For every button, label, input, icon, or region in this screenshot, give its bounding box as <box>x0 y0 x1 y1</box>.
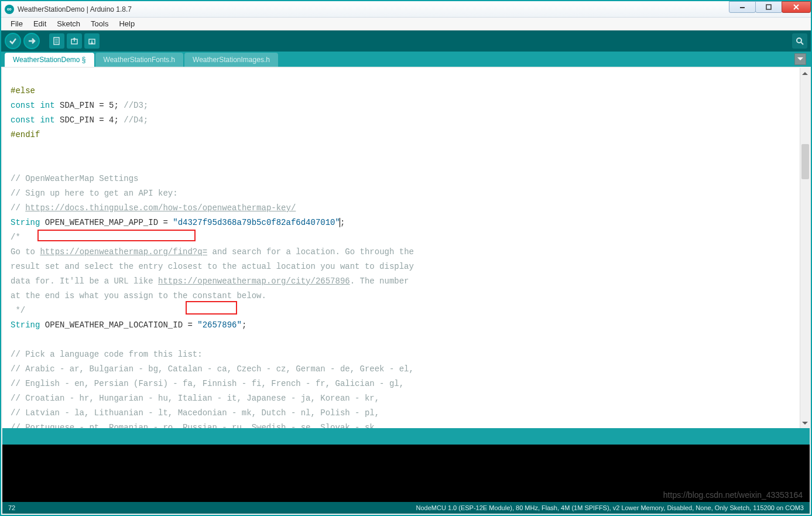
scroll-up-button[interactable] <box>800 68 810 78</box>
code-text: const <box>11 115 35 125</box>
tab-weatherstationfonts[interactable]: WeatherStationFonts.h <box>95 53 184 67</box>
code-text: /* <box>11 233 20 242</box>
menu-help[interactable]: Help <box>114 18 139 29</box>
status-line-number: 72 <box>8 504 15 511</box>
code-text: and search for a location. Go through th… <box>207 247 414 257</box>
menu-edit[interactable]: Edit <box>29 18 51 29</box>
code-text: const <box>11 101 35 110</box>
save-button[interactable] <box>84 33 100 49</box>
tab-weatherstationimages[interactable]: WeatherStationImages.h <box>184 53 278 67</box>
maximize-button[interactable] <box>755 1 782 13</box>
scroll-thumb[interactable] <box>801 144 809 179</box>
code-text: int <box>35 101 55 110</box>
code-text: //D3; <box>124 101 148 110</box>
message-bar <box>2 428 810 445</box>
code-text: SDC_PIN = 4; <box>55 115 124 125</box>
status-board-info: NodeMCU 1.0 (ESP-12E Module), 80 MHz, Fl… <box>416 504 804 511</box>
code-text: */ <box>11 306 25 315</box>
code-text: ; <box>242 320 246 330</box>
annotation-highlight-box <box>186 301 237 315</box>
code-text: OPEN_WEATHER_MAP_LOCATION_ID = <box>40 320 197 330</box>
console-output[interactable] <box>2 445 810 502</box>
code-text: data for. It'll be a URL like <box>11 276 158 286</box>
window-titlebar: WeatherStationDemo | Arduino 1.8.7 <box>1 1 811 18</box>
svg-rect-0 <box>740 7 745 8</box>
window-title: WeatherStationDemo | Arduino 1.8.7 <box>18 5 132 13</box>
minimize-button[interactable] <box>729 1 756 13</box>
code-text: . The number <box>350 276 409 286</box>
code-text: OPEN_WEATHER_MAP_APP_ID = <box>40 218 173 227</box>
close-button[interactable] <box>782 1 811 13</box>
menu-bar: File Edit Sketch Tools Help <box>1 18 811 30</box>
arduino-logo-icon <box>5 5 14 14</box>
status-bar: 72 NodeMCU 1.0 (ESP-12E Module), 80 MHz,… <box>2 502 810 514</box>
open-button[interactable] <box>67 33 82 49</box>
code-text: at the end is what you assign to the con… <box>11 291 266 300</box>
toolbar <box>1 30 811 52</box>
serial-monitor-button[interactable] <box>792 33 807 49</box>
code-link[interactable]: https://openweathermap.org/find?q= <box>40 247 207 257</box>
code-text: // Portuguese - pt, Romanian - ro, Russi… <box>11 423 379 428</box>
menu-file[interactable]: File <box>6 18 28 29</box>
code-text: #endif <box>11 130 40 139</box>
tab-weatherstationdemo[interactable]: WeatherStationDemo § <box>5 53 94 67</box>
code-text: "d4327f95d368a79b5c0f82af6d407010" <box>173 218 340 227</box>
menu-tools[interactable]: Tools <box>86 18 113 29</box>
code-text: //D4; <box>124 115 148 125</box>
code-link[interactable]: https://openweathermap.org/city/2657896 <box>158 276 350 286</box>
code-text: String <box>11 218 40 227</box>
code-text: int <box>35 115 55 125</box>
menu-sketch[interactable]: Sketch <box>52 18 85 29</box>
code-text: // Latvian - la, Lithuanian - lt, Macedo… <box>11 408 379 418</box>
svg-point-5 <box>797 38 801 43</box>
vertical-scrollbar[interactable] <box>800 68 810 428</box>
code-text: // <box>11 203 25 213</box>
annotation-highlight-box <box>37 230 196 241</box>
tab-menu-dropdown[interactable] <box>794 53 806 65</box>
code-text: // Croatian - hr, Hungarian - hu, Italia… <box>11 394 379 403</box>
code-text: // English - en, Persian (Farsi) - fa, F… <box>11 379 404 388</box>
code-text: // Pick a language code from this list: <box>11 350 203 359</box>
code-text: // Sign up here to get an API key: <box>11 189 178 198</box>
upload-button[interactable] <box>23 33 40 49</box>
code-text: // Arabic - ar, Bulgarian - bg, Catalan … <box>11 364 414 374</box>
verify-button[interactable] <box>5 33 21 49</box>
code-text: // OpenWeatherMap Settings <box>11 174 138 183</box>
code-text: result set and select the entry closest … <box>11 262 414 271</box>
scroll-down-button[interactable] <box>800 418 810 428</box>
code-text: Go to <box>11 247 40 257</box>
code-link[interactable]: https://docs.thingpulse.com/how-tos/open… <box>25 203 296 213</box>
code-text: SDA_PIN = 5; <box>55 101 124 110</box>
tab-strip: WeatherStationDemo § WeatherStationFonts… <box>1 52 811 67</box>
code-text: "2657896" <box>197 320 242 330</box>
code-text: #else <box>11 86 35 95</box>
svg-rect-1 <box>766 5 771 9</box>
code-text: String <box>11 320 40 330</box>
code-text: ; <box>340 218 345 227</box>
code-editor[interactable]: #else const int SDA_PIN = 5; //D3; const… <box>2 68 810 428</box>
new-button[interactable] <box>49 33 64 49</box>
